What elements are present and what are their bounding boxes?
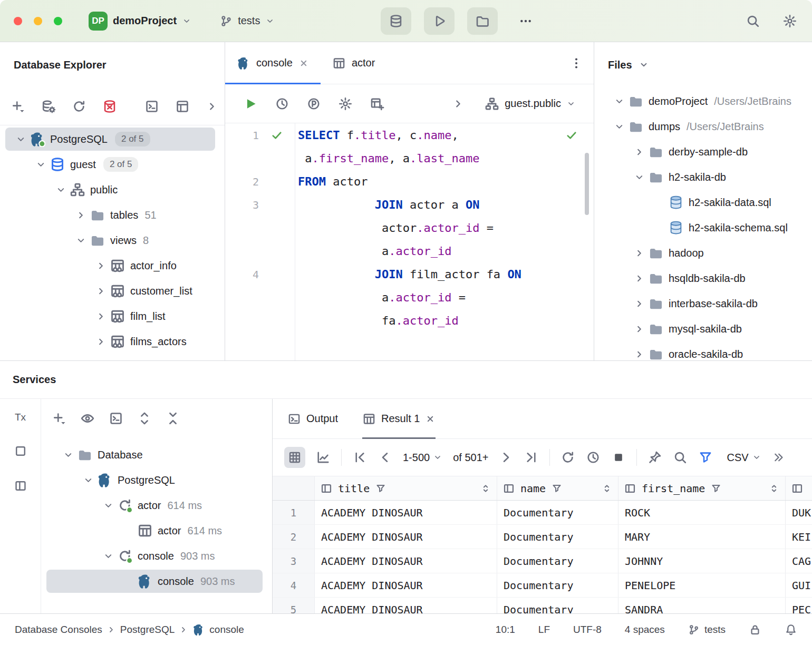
chevron-down-icon[interactable]: [59, 449, 77, 461]
chevron-down-icon[interactable]: [52, 184, 70, 196]
table-cell[interactable]: Documentary: [497, 573, 618, 597]
file-item-derby-sample-db[interactable]: derby-sample-db: [594, 139, 812, 164]
execute-button[interactable]: [243, 96, 258, 111]
branch-status-widget[interactable]: tests: [688, 624, 726, 636]
service-item-postgresql[interactable]: PostgreSQL: [41, 467, 272, 493]
db-item-actor-info[interactable]: actor_info: [0, 253, 225, 278]
settings-gear-icon[interactable]: [782, 14, 797, 28]
lock-icon[interactable]: [749, 623, 761, 636]
chevron-down-icon[interactable]: [610, 96, 628, 107]
file-item-h2-sakila-db[interactable]: h2-sakila-db: [594, 164, 812, 190]
column-header-first-name[interactable]: first_name: [618, 476, 786, 500]
add-service-button[interactable]: [52, 411, 66, 426]
table-cell[interactable]: Documentary: [497, 598, 618, 613]
chevron-right-icon[interactable]: [630, 324, 648, 335]
column-header-name[interactable]: name: [497, 476, 618, 500]
database-tool-button[interactable]: [381, 7, 411, 35]
stop-button[interactable]: [611, 450, 626, 465]
chevron-right-icon[interactable]: [630, 273, 648, 284]
service-item-actor[interactable]: actor614 ms: [41, 518, 272, 543]
line-separator-widget[interactable]: LF: [538, 624, 550, 636]
table-cell[interactable]: SANDRA: [618, 598, 786, 613]
open-editor-button[interactable]: [175, 99, 190, 114]
chevron-down-icon[interactable]: [79, 475, 97, 486]
chevron-down-icon[interactable]: [12, 134, 30, 145]
search-in-grid-icon[interactable]: [673, 450, 688, 465]
open-console-button[interactable]: [109, 411, 123, 426]
pin-tab-button[interactable]: [647, 450, 662, 465]
grid-view-button[interactable]: [284, 447, 305, 468]
project-files-button[interactable]: [467, 7, 498, 35]
table-cell[interactable]: GUI: [786, 573, 812, 597]
add-datasource-button[interactable]: [11, 99, 25, 114]
db-item-views[interactable]: views8: [0, 228, 225, 253]
code-line[interactable]: fa.actor_id: [225, 309, 594, 333]
db-item-films-actors[interactable]: films_actors: [0, 329, 225, 354]
table-cell[interactable]: ACADEMY DINOSAUR: [315, 573, 497, 597]
table-cell[interactable]: ROCK: [618, 501, 786, 524]
tab-console[interactable]: console: [225, 42, 321, 84]
previous-page-button[interactable]: [378, 450, 392, 465]
file-item-h2-sakila-data-sql[interactable]: h2-sakila-data.sql: [594, 190, 812, 215]
tab-options-kebab-icon[interactable]: [569, 56, 583, 70]
tab-actor[interactable]: actor: [321, 42, 386, 84]
chevron-right-icon[interactable]: [92, 286, 110, 297]
run-widget-button[interactable]: [424, 7, 455, 35]
chevron-right-icon[interactable]: [72, 210, 90, 221]
db-item-postgresql[interactable]: PostgreSQL2 of 5: [0, 126, 225, 152]
file-item-hsqldb-sakila-db[interactable]: hsqldb-sakila-db: [594, 266, 812, 291]
chart-view-button[interactable]: [316, 450, 331, 465]
table-cell[interactable]: ACADEMY DINOSAUR: [315, 598, 497, 613]
table-cell[interactable]: CAG: [786, 549, 812, 573]
close-tab-icon[interactable]: [425, 414, 436, 424]
next-page-button[interactable]: [499, 450, 514, 465]
chevron-down-icon[interactable]: [610, 121, 628, 132]
collapse-all-icon[interactable]: [166, 411, 180, 426]
chevron-down-icon[interactable]: [99, 500, 117, 511]
chevron-down-icon[interactable]: [72, 235, 90, 246]
refresh-button[interactable]: [72, 99, 86, 114]
chevron-right-icon[interactable]: [630, 146, 648, 158]
chevron-right-icon[interactable]: [630, 349, 648, 360]
file-item-oracle-sakila-db[interactable]: oracle-sakila-db: [594, 341, 812, 360]
editor-scrollbar[interactable]: [585, 153, 589, 215]
file-item-interbase-sakila-db[interactable]: interbase-sakila-db: [594, 291, 812, 316]
chevron-right-icon[interactable]: [630, 248, 648, 259]
zoom-window-button[interactable]: [54, 17, 62, 25]
file-item-hadoop[interactable]: hadoop: [594, 240, 812, 266]
close-tab-icon[interactable]: [298, 58, 309, 69]
table-cell[interactable]: JOHNNY: [618, 549, 786, 573]
encoding-widget[interactable]: UTF-8: [573, 624, 602, 636]
table-cell[interactable]: PEC: [786, 598, 812, 613]
project-widget[interactable]: DP demoProject: [83, 7, 197, 35]
notifications-bell-icon[interactable]: [785, 623, 797, 636]
chevron-right-icon[interactable]: [92, 311, 110, 322]
view-options-icon[interactable]: [80, 411, 95, 426]
db-item-film-list[interactable]: film_list: [0, 304, 225, 329]
table-row[interactable]: 5ACADEMY DINOSAURDocumentarySANDRAPEC: [273, 598, 812, 613]
close-window-button[interactable]: [14, 17, 22, 25]
tab-output[interactable]: Output: [287, 399, 338, 438]
last-page-button[interactable]: [524, 450, 539, 465]
query-history-icon[interactable]: [275, 96, 289, 111]
table-cell[interactable]: MARY: [618, 525, 786, 549]
code-line[interactable]: 4 JOIN film_actor fa ON: [225, 263, 594, 286]
db-item-tables[interactable]: tables51: [0, 202, 225, 228]
page-range-dropdown[interactable]: 1-500: [403, 452, 442, 464]
chevron-down-icon[interactable]: [630, 172, 648, 183]
schema-selector[interactable]: guest.public: [485, 96, 576, 111]
breadcrumb-item-postgresql[interactable]: PostgreSQL: [120, 624, 175, 636]
file-item-h2-sakila-schema-sql[interactable]: h2-sakila-schema.sql: [594, 215, 812, 240]
chevron-right-icon[interactable]: [630, 298, 648, 309]
service-item-actor[interactable]: actor614 ms: [41, 493, 272, 518]
indent-widget[interactable]: 4 spaces: [625, 624, 665, 636]
minimize-window-button[interactable]: [34, 17, 42, 25]
transaction-mode-widget[interactable]: Tx: [15, 412, 26, 423]
chevron-down-icon[interactable]: [32, 159, 50, 170]
table-row[interactable]: 2ACADEMY DINOSAURDocumentaryMARYKEI: [273, 525, 812, 549]
caret-position-widget[interactable]: 10:1: [496, 624, 515, 636]
toolbar-overflow-chevron[interactable]: [206, 100, 218, 113]
table-row[interactable]: 4ACADEMY DINOSAURDocumentaryPENELOPEGUI: [273, 573, 812, 598]
sql-editor[interactable]: 1SELECT f.title, c.name, a.first_name, a…: [225, 123, 594, 360]
export-icon[interactable]: [772, 451, 785, 464]
